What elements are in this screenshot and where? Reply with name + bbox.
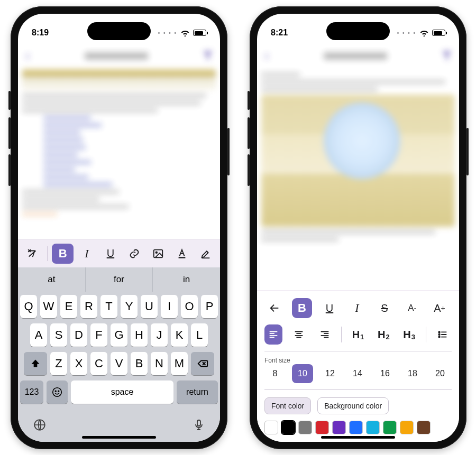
bulleted-list-button[interactable] <box>434 324 452 345</box>
font-size-20[interactable]: 20 <box>429 364 451 383</box>
panel-back-button[interactable] <box>264 298 285 318</box>
key-o[interactable]: O <box>181 295 198 318</box>
underline-button[interactable]: U <box>99 244 121 264</box>
home-indicator[interactable] <box>82 436 156 439</box>
text-color-button[interactable] <box>171 244 193 264</box>
align-center-button[interactable] <box>290 324 308 345</box>
key-c[interactable]: C <box>90 352 107 375</box>
align-right-button[interactable] <box>316 324 334 345</box>
key-s[interactable]: S <box>50 323 67 347</box>
font-size-8[interactable]: 8 <box>264 364 286 383</box>
align-left-button[interactable] <box>264 324 282 345</box>
underline-button[interactable]: U <box>319 298 340 318</box>
battery-icon <box>432 30 445 36</box>
key-d[interactable]: D <box>70 323 87 347</box>
font-size-12[interactable]: 12 <box>319 364 341 383</box>
key-emoji[interactable] <box>47 380 68 404</box>
swatch-cyan[interactable] <box>366 421 380 434</box>
message-body-blurred: ‹ <box>18 42 220 239</box>
svg-point-9 <box>438 331 440 333</box>
font-size-row: 8101214161820 <box>264 364 452 383</box>
key-123[interactable]: 123 <box>20 380 43 404</box>
swatch-blue[interactable] <box>349 421 363 434</box>
strikethrough-button[interactable]: S <box>374 298 395 318</box>
font-size-18[interactable]: 18 <box>402 364 423 383</box>
key-v[interactable]: V <box>111 352 127 375</box>
key-return[interactable]: return <box>177 380 218 404</box>
svg-point-1 <box>156 252 158 253</box>
heading3-button[interactable]: H3 <box>400 324 418 345</box>
key-delete[interactable] <box>191 352 214 375</box>
font-smaller-button[interactable]: A- <box>402 298 422 318</box>
keyboard[interactable]: Q W E R T Y U I O P A S D <box>18 292 220 413</box>
key-j[interactable]: J <box>151 323 168 347</box>
key-t[interactable]: T <box>100 295 117 318</box>
key-h[interactable]: H <box>131 323 148 347</box>
key-e[interactable]: E <box>60 295 77 318</box>
font-size-14[interactable]: 14 <box>347 364 368 383</box>
svg-point-10 <box>438 334 440 336</box>
key-m[interactable]: M <box>171 352 188 375</box>
key-q[interactable]: Q <box>20 295 37 318</box>
mic-icon[interactable] <box>193 419 205 433</box>
image-button[interactable] <box>148 244 169 264</box>
key-z[interactable]: Z <box>50 352 67 375</box>
heading2-button[interactable]: H2 <box>374 324 392 345</box>
key-r[interactable]: R <box>80 295 97 318</box>
font-size-label: Font size <box>264 351 452 364</box>
cellular-icon: • • • • <box>158 30 177 36</box>
key-f[interactable]: F <box>90 323 107 347</box>
key-g[interactable]: G <box>111 323 127 347</box>
key-i[interactable]: I <box>161 295 178 318</box>
key-l[interactable]: L <box>191 323 208 347</box>
key-a[interactable]: A <box>30 323 47 347</box>
color-segment: Font color Background color <box>264 389 452 414</box>
dynamic-island <box>87 22 151 40</box>
italic-button[interactable]: I <box>347 298 367 318</box>
font-size-10[interactable]: 10 <box>292 364 313 383</box>
key-space[interactable]: space <box>71 380 173 404</box>
globe-icon[interactable] <box>33 418 47 434</box>
key-u[interactable]: U <box>141 295 158 318</box>
key-b[interactable]: B <box>131 352 148 375</box>
italic-button[interactable]: I <box>76 244 97 264</box>
wifi-icon <box>180 29 190 36</box>
swatch-orange[interactable] <box>400 421 414 434</box>
background-color-tab[interactable]: Background color <box>317 397 389 414</box>
keyboard-suggestions: at for in <box>18 267 220 292</box>
swatch-green[interactable] <box>383 421 397 434</box>
font-size-16[interactable]: 16 <box>374 364 396 383</box>
screen-right: 8:21 • • • • ‹ <box>257 14 459 442</box>
swatch-gray[interactable] <box>298 421 312 434</box>
heading1-button[interactable]: H1 <box>349 324 367 345</box>
bold-button[interactable]: B <box>52 244 74 264</box>
dynamic-island <box>326 22 390 40</box>
swatch-brown[interactable] <box>417 421 431 434</box>
key-y[interactable]: Y <box>121 295 138 318</box>
home-indicator[interactable] <box>321 436 395 439</box>
font-larger-button[interactable]: A+ <box>429 298 450 318</box>
suggestion-1[interactable]: at <box>18 267 86 292</box>
suggestion-2[interactable]: for <box>86 267 153 292</box>
font-color-tab[interactable]: Font color <box>264 397 311 414</box>
format-toolbar: B I U <box>18 239 220 267</box>
wifi-icon <box>419 29 429 36</box>
key-x[interactable]: X <box>70 352 87 375</box>
key-w[interactable]: W <box>40 295 57 318</box>
bold-button[interactable]: B <box>292 298 312 318</box>
svg-point-11 <box>438 336 440 338</box>
swatch-black[interactable] <box>281 421 295 434</box>
swatch-red[interactable] <box>315 421 329 434</box>
link-button[interactable] <box>124 244 145 264</box>
screen-left: 8:19 • • • • ‹ <box>18 14 220 442</box>
highlight-button[interactable] <box>195 244 217 264</box>
swatch-white[interactable] <box>264 421 278 434</box>
clear-format-button[interactable] <box>21 244 43 264</box>
key-shift[interactable] <box>24 352 47 375</box>
key-n[interactable]: N <box>151 352 168 375</box>
suggestion-3[interactable]: in <box>153 267 220 292</box>
battery-icon <box>193 30 206 36</box>
key-p[interactable]: P <box>201 295 218 318</box>
key-k[interactable]: K <box>171 323 188 347</box>
swatch-purple[interactable] <box>332 421 346 434</box>
